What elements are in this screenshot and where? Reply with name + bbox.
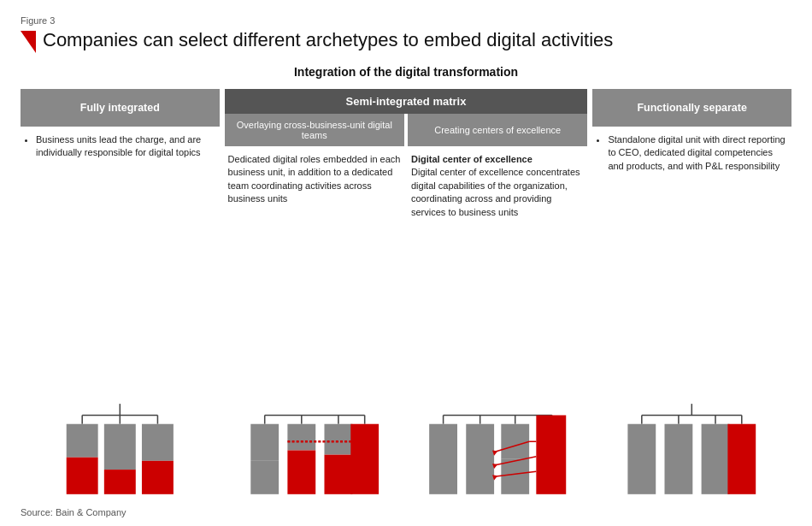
svg-rect-22: [350, 424, 379, 494]
svg-rect-9: [142, 424, 174, 461]
overlay-body: Dedicated digital roles embedded in each…: [225, 146, 404, 396]
title-icon: [21, 31, 36, 53]
svg-rect-16: [250, 424, 279, 461]
semi-integrated-header: Semi-integrated matrix: [225, 89, 588, 114]
semi-overlay-col: Overlaying cross-business-unit digital t…: [225, 114, 404, 500]
coe-diagram: [408, 399, 587, 500]
coe-header: Creating centers of excellence: [408, 114, 587, 146]
svg-rect-30: [466, 424, 494, 494]
coe-body-title: Digital center of excellence: [411, 154, 533, 164]
svg-rect-18: [287, 424, 315, 451]
svg-rect-29: [429, 424, 457, 494]
fully-integrated-header: Fully integrated: [21, 89, 220, 127]
svg-rect-32: [501, 459, 529, 494]
overlay-diagram-svg: [225, 399, 404, 500]
svg-rect-49: [702, 424, 730, 494]
overlay-header: Overlaying cross-business-unit digital t…: [225, 114, 404, 146]
col-semi-integrated: Semi-integrated matrix Overlaying cross-…: [225, 89, 588, 500]
page: Figure 3 Companies can select different …: [0, 0, 812, 526]
columns-wrapper: Fully integrated Business units lead the…: [21, 89, 791, 500]
overlay-diagram: [225, 399, 404, 500]
svg-rect-19: [287, 451, 315, 494]
svg-rect-5: [67, 424, 98, 458]
fully-integrated-body: Business units lead the charge, and are …: [21, 127, 220, 396]
semi-coe-col: Creating centers of excellence Digital c…: [408, 114, 587, 500]
svg-rect-47: [628, 424, 656, 494]
title-row: Companies can select different archetype…: [21, 29, 791, 53]
fully-integrated-diagram: [21, 399, 220, 500]
semi-sub-columns: Overlaying cross-business-unit digital t…: [225, 114, 588, 500]
svg-rect-7: [104, 424, 136, 470]
svg-rect-48: [665, 424, 693, 494]
svg-rect-10: [142, 461, 174, 494]
svg-rect-8: [104, 470, 136, 494]
separate-diagram-svg: [592, 399, 791, 500]
svg-rect-50: [728, 424, 756, 494]
svg-rect-33: [536, 415, 566, 493]
svg-rect-31: [501, 424, 529, 459]
functionally-separate-header: Functionally separate: [592, 89, 791, 127]
page-title: Companies can select different archetype…: [43, 29, 613, 51]
functionally-separate-body: Standalone digital unit with direct repo…: [592, 127, 791, 396]
functionally-separate-diagram: [592, 399, 791, 500]
svg-rect-20: [324, 424, 352, 455]
svg-rect-17: [250, 461, 279, 494]
source: Source: Bain & Company: [21, 507, 791, 517]
fully-diagram-svg: [21, 399, 220, 500]
coe-diagram-svg: [408, 399, 587, 500]
coe-body: Digital center of excellence Digital cen…: [408, 146, 587, 396]
svg-rect-21: [324, 455, 352, 494]
section-subtitle: Integration of the digital transformatio…: [21, 65, 791, 79]
svg-rect-6: [67, 458, 98, 494]
col-fully-integrated: Fully integrated Business units lead the…: [21, 89, 220, 500]
figure-label: Figure 3: [21, 15, 791, 26]
col-functionally-separate: Functionally separate Standalone digital…: [592, 89, 791, 500]
